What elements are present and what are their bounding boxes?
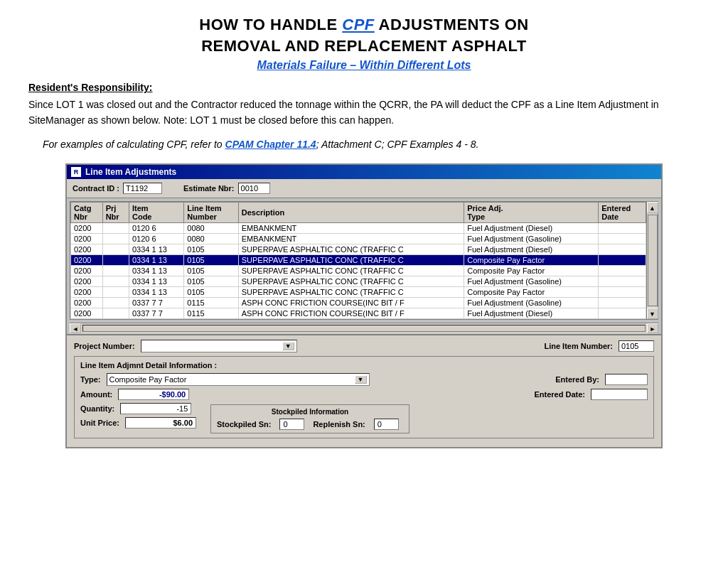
entered-date-label: Entered Date: (534, 390, 585, 399)
sm-table-container: CatgNbr PrjNbr ItemCode Line ItemNumber … (70, 201, 658, 320)
col-prj: PrjNbr (102, 202, 129, 222)
contract-id-input[interactable] (123, 183, 162, 194)
unit-price-row: Unit Price: (80, 417, 196, 429)
entered-date-input[interactable] (591, 389, 648, 400)
col-price: Price Adj.Type (464, 202, 599, 222)
project-number-label: Project Number: (74, 342, 135, 350)
hscroll-bar[interactable] (82, 325, 646, 332)
sm-header: Contract ID : Estimate Nbr: (67, 179, 661, 198)
replenish-sn-input[interactable] (374, 419, 399, 430)
entered-by-label: Entered By: (555, 375, 599, 384)
quantity-row: Quantity: (80, 403, 196, 414)
type-dropdown[interactable]: Composite Pay Factor ▼ (107, 373, 370, 386)
stockpiled-sn-label: Stockpiled Sn: (217, 420, 271, 429)
line-item-number-input[interactable] (619, 340, 654, 352)
amount-input[interactable] (118, 389, 189, 400)
title-line2: REMOVAL AND REPLACEMENT ASPHALT (201, 37, 527, 55)
table-row[interactable]: 02000334 1 130105SUPERPAVE ASPHALTIC CON… (71, 265, 646, 276)
title-prefix: HOW TO HANDLE (199, 16, 342, 33)
table-row[interactable]: 02000334 1 130105SUPERPAVE ASPHALTIC CON… (71, 254, 646, 265)
quantity-label: Quantity: (80, 404, 114, 413)
sm-hscroll[interactable]: ◄ ► (70, 323, 658, 334)
type-value: Composite Pay Factor (109, 375, 352, 384)
estimate-nbr-label: Estimate Nbr: (183, 184, 235, 193)
cpam-link: CPAM Chapter 11.4 (225, 139, 316, 150)
col-line: Line ItemNumber (184, 202, 238, 222)
scroll-up-btn[interactable]: ▲ (647, 202, 658, 213)
stockpile-group-title: Stockpiled Information (217, 408, 403, 416)
sm-window: R Line Item Adjustments Contract ID : Es… (65, 163, 663, 448)
col-catg: CatgNbr (71, 202, 103, 222)
table-row[interactable]: 02000337 7 70115ASPH CONC FRICTION COURS… (71, 308, 646, 318)
hscroll-right-btn[interactable]: ► (647, 323, 658, 333)
scroll-down-btn[interactable]: ▼ (647, 308, 658, 319)
page-subtitle: Materials Failure – Within Different Lot… (28, 59, 700, 72)
sm-table: CatgNbr PrjNbr ItemCode Line ItemNumber … (70, 202, 646, 319)
body-text: Since LOT 1 was closed out and the Contr… (28, 97, 700, 128)
contract-id-field: Contract ID : (73, 183, 162, 194)
estimate-nbr-input[interactable] (238, 183, 270, 194)
type-dropdown-arrow[interactable]: ▼ (355, 375, 367, 384)
table-row[interactable]: 02000337 7 70115ASPH CONC FRICTION COURS… (71, 297, 646, 308)
table-row[interactable]: 02000334 1 130105SUPERPAVE ASPHALTIC CON… (71, 286, 646, 297)
unit-price-input[interactable] (125, 417, 196, 429)
detail-title: Line Item Adjmnt Detail Information : (80, 361, 648, 370)
title-suffix: ADJUSTMENTS ON (375, 16, 529, 33)
cpf-link: CPF (342, 16, 375, 33)
sm-titlebar-icon: R (71, 167, 81, 177)
sm-titlebar: R Line Item Adjustments (67, 165, 661, 179)
replenish-sn-label: Replenish Sn: (313, 420, 365, 429)
col-date: EnteredDate (599, 202, 646, 222)
contract-id-label: Contract ID : (73, 184, 119, 193)
col-item: ItemCode (129, 202, 183, 222)
col-desc: Description (238, 202, 464, 222)
page-title: HOW TO HANDLE CPF ADJUSTMENTS ON REMOVAL… (28, 14, 700, 56)
sm-vscroll[interactable]: ▲ ▼ (646, 202, 658, 319)
project-number-dropdown[interactable]: ▼ (141, 340, 297, 352)
line-item-number-label: Line Item Number: (544, 342, 613, 350)
type-row: Type: Composite Pay Factor ▼ Entered By: (80, 373, 648, 386)
table-row[interactable]: 02000334 1 130105SUPERPAVE ASPHALTIC CON… (71, 244, 646, 254)
table-row[interactable]: 02000120 60080EMBANKMENTFuel Adjustment … (71, 222, 646, 233)
amount-row: Amount: Entered Date: (80, 389, 648, 400)
unit-price-label: Unit Price: (80, 419, 119, 427)
detail-section: Line Item Adjmnt Detail Information : Ty… (74, 356, 654, 438)
italic-note: For examples of calculating CPF, refer t… (43, 137, 700, 152)
estimate-nbr-field: Estimate Nbr: (183, 183, 270, 194)
table-row[interactable]: 02000334 1 130105SUPERPAVE ASPHALTIC CON… (71, 276, 646, 286)
qty-unit-col: Quantity: Unit Price: (80, 403, 196, 431)
type-label: Type: (80, 375, 101, 384)
section-heading: Resident's Responsibility: (28, 82, 700, 93)
entered-by-input[interactable] (605, 374, 648, 385)
stockpile-row: Stockpiled Sn: Replenish Sn: (217, 419, 403, 430)
quantity-input[interactable] (120, 403, 191, 414)
qty-stockpile-row: Quantity: Unit Price: Stockpiled Informa… (80, 403, 648, 433)
project-dropdown-arrow[interactable]: ▼ (282, 342, 294, 350)
hscroll-left-btn[interactable]: ◄ (70, 323, 81, 333)
sm-titlebar-text: Line Item Adjustments (85, 167, 176, 177)
bottom-row-1: Project Number: ▼ Line Item Number: (74, 340, 654, 352)
stockpiled-sn-input[interactable] (279, 419, 304, 430)
scroll-thumb[interactable] (648, 215, 658, 306)
stockpile-group: Stockpiled Information Stockpiled Sn: Re… (210, 404, 410, 433)
amount-label: Amount: (80, 390, 112, 399)
table-row[interactable]: 02000120 60080EMBANKMENTFuel Adjustment … (71, 233, 646, 244)
sm-table-scroll: CatgNbr PrjNbr ItemCode Line ItemNumber … (70, 202, 646, 319)
sm-bottom-panel: Project Number: ▼ Line Item Number: Line… (67, 334, 661, 447)
